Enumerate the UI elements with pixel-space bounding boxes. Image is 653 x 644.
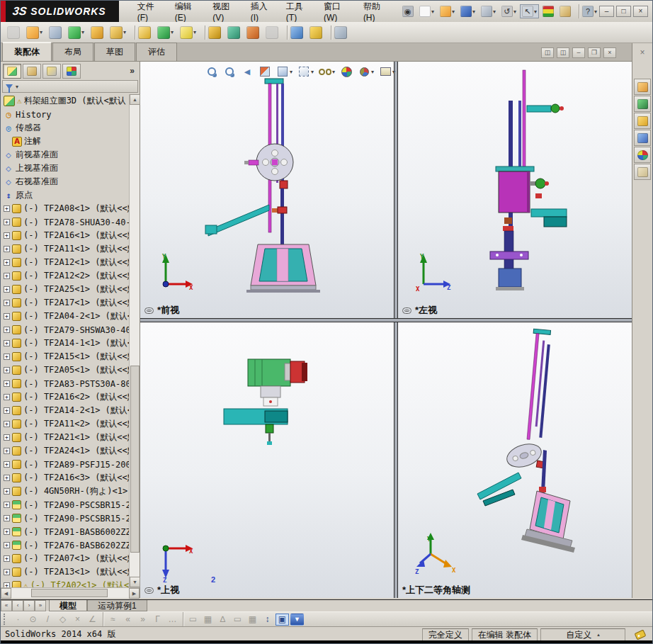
scrollbar-thumb[interactable]	[130, 366, 140, 553]
window-button[interactable]: ×	[633, 6, 648, 17]
expand-icon[interactable]: +	[4, 205, 10, 212]
quick-toolbar-button[interactable]: ↺ ▾	[499, 4, 518, 18]
tree-component-row[interactable]: + ⚠ (-) TF2A15<1> (默认<<默	[1, 350, 130, 363]
link-views-icon[interactable]	[144, 587, 154, 594]
tree-component-row[interactable]: + ⚠ (-) TF2A08<1> (默认<<默	[1, 202, 130, 215]
headsup-button[interactable]: ▾	[317, 64, 336, 79]
tree-component-row[interactable]: + ⚠ (-) TF2A25<1> (默认<<默	[1, 283, 130, 296]
sketch-tool-icon[interactable]: ↕	[261, 614, 274, 626]
headsup-button[interactable]: ▾	[296, 64, 315, 79]
document-tab[interactable]: 模型	[49, 600, 87, 611]
dropdown-arrow-icon[interactable]: ▾	[16, 84, 18, 90]
taskpane-button[interactable]	[634, 147, 651, 163]
expand-icon[interactable]: +	[4, 273, 10, 279]
tree-component-row[interactable]: + ⚠ (-) TF2A89-PSFJ15-200-(	[1, 458, 130, 471]
horizontal-splitter[interactable]	[140, 318, 632, 322]
tree-component-row[interactable]: + ⚠ (-) TF2A04-2<1> (默认<<	[1, 310, 130, 323]
more-tabs-chevron[interactable]: »	[130, 66, 137, 76]
tree-folder-row[interactable]: + 前视基准面	[1, 148, 130, 162]
expand-icon[interactable]: +	[4, 394, 10, 400]
dropdown-arrow-icon[interactable]: ▾	[311, 69, 314, 75]
expand-icon[interactable]: +	[4, 542, 10, 548]
dropdown-arrow-icon[interactable]: ▾	[193, 29, 196, 35]
tree-component-row[interactable]: + ⚠ (-) Tf2A02<1> (默认<	[1, 579, 130, 587]
expand-icon[interactable]: +	[4, 569, 10, 575]
tree-component-row[interactable]: + ⚠ (-) TF2A14-2<1> (默认<<	[1, 404, 130, 417]
toolbar-button[interactable]: ▾	[263, 24, 280, 41]
taskpane-button[interactable]	[634, 164, 651, 180]
window-button[interactable]: –	[599, 6, 614, 17]
tab-nav-button[interactable]: ›	[23, 600, 35, 611]
expand-icon[interactable]: +	[4, 407, 10, 414]
toolbar-button[interactable]: ▾	[178, 24, 198, 41]
tree-component-row[interactable]: + ⚠ (-) TF2A78-SHUA30-40-(M	[1, 215, 130, 229]
tab-nav-button[interactable]: «	[1, 600, 12, 611]
toolbar-button[interactable]: ▾	[24, 24, 45, 41]
featuremanager-tab-button[interactable]	[23, 64, 41, 79]
sketch-tool-icon[interactable]: ◇	[56, 614, 69, 626]
tree-horizontal-scrollbar[interactable]: ◀ ▶	[1, 587, 140, 598]
toolbar-button[interactable]: ▾	[283, 23, 305, 42]
taskpane-button[interactable]	[634, 130, 651, 146]
toolbar-button[interactable]: ▾	[108, 24, 128, 41]
dropdown-arrow-icon[interactable]: ▾	[594, 9, 597, 15]
tree-component-row[interactable]: + ⚠ (-) TF2A90-PSCSBR15-21 (	[1, 498, 130, 512]
dropdown-arrow-icon[interactable]: ▾	[534, 9, 537, 15]
quick-toolbar-button[interactable]: ↖ ▾	[520, 4, 539, 18]
toolbar-button[interactable]: ▾	[225, 24, 242, 41]
viewport-front[interactable]: Y X *前视	[140, 62, 394, 318]
expand-icon[interactable]: +	[4, 421, 10, 427]
sketch-tool-icon[interactable]: ·	[11, 614, 25, 626]
quick-toolbar-button[interactable]: ▾	[479, 4, 498, 18]
expand-icon[interactable]: +	[4, 259, 10, 266]
tree-folder-row[interactable]: + 注解	[1, 135, 130, 148]
expand-icon[interactable]: +	[4, 354, 10, 360]
featuremanager-tab-button[interactable]	[42, 64, 61, 79]
quick-toolbar-button[interactable]: ◉ ▾	[400, 4, 416, 18]
dropdown-arrow-icon[interactable]: ▾	[431, 9, 434, 15]
toolbar-button[interactable]: ▾	[89, 24, 106, 41]
scroll-left-arrow[interactable]: ◀	[1, 588, 11, 599]
filter-bar[interactable]: ▾	[2, 80, 138, 93]
sketch-tool-icon[interactable]: ▦	[201, 614, 215, 626]
viewport-top[interactable]: X Z 2 *上视	[140, 322, 394, 598]
scrollbar-thumb[interactable]	[31, 589, 108, 597]
headsup-button[interactable]: ▾	[257, 64, 273, 79]
tree-component-row[interactable]: + ⚠ (-) TF2A12<2> (默认<<默	[1, 269, 130, 283]
dropdown-arrow-icon[interactable]: ▾	[513, 9, 516, 15]
tree-component-row[interactable]: + ⚠ (-) TF2A07<1> (默认<<默	[1, 552, 130, 565]
commandmanager-tab[interactable]: 草图	[94, 43, 135, 61]
tree-folder-row[interactable]: + 右视基准面	[1, 175, 130, 188]
tag-icon[interactable]	[635, 629, 647, 640]
headsup-button[interactable]: ▾	[204, 64, 220, 79]
tree-component-row[interactable]: + ⚠ (-) TF2A24<1> (默认<<默	[1, 444, 130, 458]
dropdown-arrow-icon[interactable]: ▾	[371, 69, 374, 75]
toolbar-button[interactable]: ▾	[244, 24, 261, 41]
tree-component-row[interactable]: + ⚠ (-) TF2A79-SHSWA30-40 (M	[1, 323, 130, 337]
viewport-left[interactable]: Y Z X *左视	[398, 62, 632, 318]
tree-component-row[interactable]: + ⚠ (-) TF2A90-PSCSBR15-21 (	[1, 512, 130, 525]
sketch-tool-icon[interactable]: ×	[71, 614, 84, 626]
scroll-down-arrow[interactable]: ▼	[130, 577, 140, 587]
tree-component-row[interactable]: + ⚠ (-) TF2A11<1> (默认<<默	[1, 242, 130, 256]
status-custom-dropdown[interactable]: 自定义 ▴	[540, 628, 625, 641]
sketch-tool-icon[interactable]: ∠	[86, 614, 99, 626]
tree-vertical-scrollbar[interactable]: ▲ ▼	[129, 94, 140, 587]
tree-component-row[interactable]: + ⚠ (-) TF2A21<1> (默认<<默	[1, 431, 130, 444]
link-views-icon[interactable]	[144, 307, 154, 314]
expand-icon[interactable]: +	[4, 327, 10, 333]
sketch-tool-icon[interactable]: ▭	[231, 614, 244, 626]
dropdown-arrow-icon[interactable]: ▾	[81, 29, 84, 35]
document-window-button[interactable]: –	[572, 47, 585, 58]
quick-toolbar-button[interactable]: ▾	[540, 4, 556, 18]
expand-icon[interactable]: +	[4, 555, 10, 562]
expand-icon[interactable]: +	[4, 380, 10, 387]
quick-toolbar-button[interactable]: ▾	[438, 4, 457, 18]
toolbar-button[interactable]: ▾	[326, 23, 349, 42]
tree-component-row[interactable]: + ⚠ (-) TF2A16<1> (默认<<默	[1, 229, 130, 242]
expand-icon[interactable]: +	[4, 461, 10, 468]
taskpane-button[interactable]	[634, 113, 651, 129]
sketch-tool-icon[interactable]: ≈	[106, 614, 120, 626]
expand-icon[interactable]: +	[4, 529, 10, 535]
tree-component-row[interactable]: + ⚠ (-) 4GN50RH-(狗よ)<1> (	[1, 485, 130, 498]
